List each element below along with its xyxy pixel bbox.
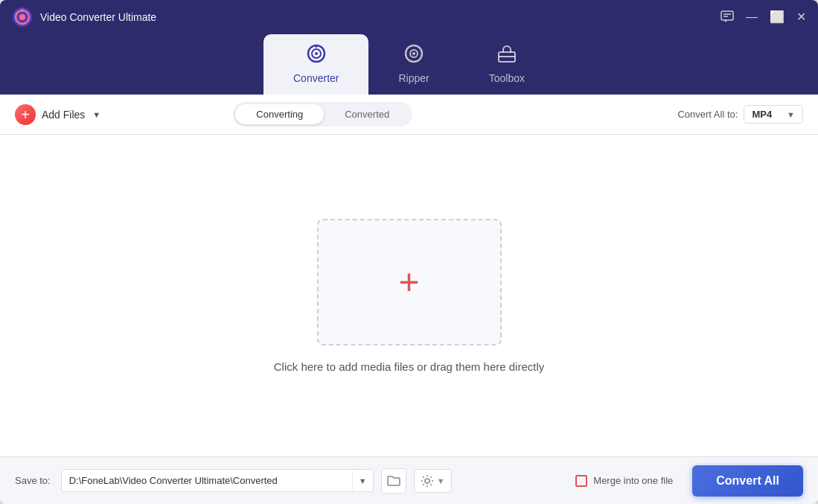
converter-tab-label: Converter bbox=[293, 72, 339, 84]
converted-tab-btn[interactable]: Converted bbox=[324, 104, 410, 124]
drop-zone[interactable]: + bbox=[317, 219, 502, 345]
app-window: Video Converter Ultimate — ⬜ ✕ bbox=[0, 0, 818, 504]
add-files-dropdown-arrow: ▼ bbox=[92, 110, 100, 119]
minimize-button[interactable]: — bbox=[746, 11, 758, 23]
merge-container: Merge into one file bbox=[575, 475, 673, 487]
bottom-bar: Save to: ▼ ▼ Merge into one file bbox=[0, 456, 818, 504]
app-logo bbox=[12, 7, 33, 28]
save-path-dropdown-btn[interactable]: ▼ bbox=[352, 471, 373, 491]
ripper-icon bbox=[403, 43, 424, 69]
svg-point-3 bbox=[21, 9, 24, 12]
add-files-icon: + bbox=[15, 104, 36, 125]
content-area[interactable]: + Click here to add media files or drag … bbox=[0, 135, 818, 456]
svg-point-9 bbox=[315, 52, 318, 55]
converting-tab-btn[interactable]: Converting bbox=[235, 104, 324, 124]
merge-checkbox[interactable] bbox=[575, 475, 587, 487]
format-value: MP4 bbox=[752, 109, 772, 120]
conversion-tab-switcher: Converting Converted bbox=[233, 102, 412, 127]
format-selector[interactable]: MP4 ▼ bbox=[744, 105, 803, 124]
convert-all-button[interactable]: Convert All bbox=[692, 465, 803, 497]
svg-point-13 bbox=[412, 52, 415, 55]
feedback-button[interactable] bbox=[720, 10, 734, 25]
open-folder-button[interactable] bbox=[381, 468, 406, 494]
ripper-tab-label: Ripper bbox=[398, 72, 429, 84]
convert-all-to-container: Convert All to: MP4 ▼ bbox=[677, 105, 803, 124]
toolbar: + Add Files ▼ Converting Converted Conve… bbox=[0, 95, 818, 135]
save-path-container: ▼ bbox=[61, 469, 374, 492]
title-bar: Video Converter Ultimate — ⬜ ✕ bbox=[0, 0, 818, 34]
app-title: Video Converter Ultimate bbox=[40, 11, 720, 23]
tab-ripper[interactable]: Ripper bbox=[368, 34, 458, 95]
format-dropdown-icon: ▼ bbox=[787, 110, 795, 119]
settings-button[interactable]: ▼ bbox=[414, 469, 452, 493]
nav-bar: Converter Ripper Toolbox bbox=[0, 34, 818, 95]
main-area: + Add Files ▼ Converting Converted Conve… bbox=[0, 95, 818, 504]
merge-label: Merge into one file bbox=[593, 475, 673, 486]
add-media-icon: + bbox=[398, 264, 419, 300]
convert-all-to-label: Convert All to: bbox=[677, 109, 738, 120]
save-path-input[interactable] bbox=[62, 470, 352, 491]
settings-dropdown-icon: ▼ bbox=[437, 476, 445, 485]
svg-point-16 bbox=[425, 479, 429, 483]
tab-toolbox[interactable]: Toolbox bbox=[459, 34, 555, 95]
add-files-button[interactable]: + Add Files ▼ bbox=[15, 104, 100, 125]
window-controls: — ⬜ ✕ bbox=[720, 10, 806, 25]
converter-icon bbox=[306, 43, 327, 69]
close-button[interactable]: ✕ bbox=[796, 11, 806, 23]
tab-converter[interactable]: Converter bbox=[263, 34, 368, 95]
toolbox-icon bbox=[496, 43, 517, 69]
toolbox-tab-label: Toolbox bbox=[489, 72, 525, 84]
maximize-button[interactable]: ⬜ bbox=[770, 11, 785, 23]
add-files-label: Add Files bbox=[42, 109, 85, 121]
drop-zone-text: Click here to add media files or drag th… bbox=[274, 360, 545, 373]
svg-rect-4 bbox=[721, 11, 733, 20]
save-to-label: Save to: bbox=[15, 475, 51, 486]
svg-point-2 bbox=[19, 14, 25, 20]
